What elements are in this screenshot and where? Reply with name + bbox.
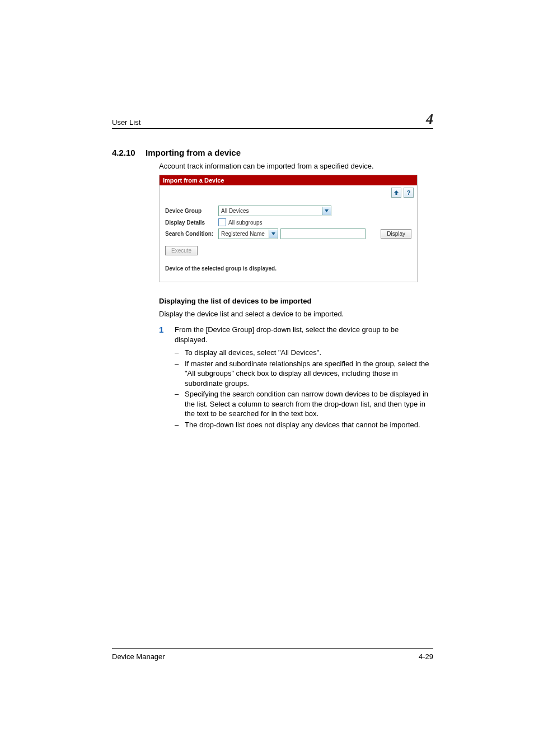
screenshot: Import from a Device ? Device Group All … — [159, 175, 418, 282]
section-title: Importing from a device — [146, 148, 241, 157]
section-intro: Account track information can be importe… — [159, 162, 433, 170]
display-button[interactable]: Display — [381, 229, 411, 239]
page-footer: Device Manager 4-29 — [112, 648, 433, 661]
screenshot-status: Device of the selected group is displaye… — [165, 265, 411, 272]
subsection-heading: Displaying the list of devices to be imp… — [159, 297, 433, 305]
display-details-label: Display Details — [165, 220, 218, 226]
step-1: 1 From the [Device Group] drop-down list… — [159, 325, 433, 344]
footer-page: 4-29 — [419, 652, 433, 661]
device-group-select[interactable]: All Devices — [218, 206, 331, 216]
footer-product: Device Manager — [112, 652, 419, 661]
search-condition-label: Search Condition: — [165, 231, 218, 237]
screenshot-body: Device Group All Devices Display Details… — [160, 200, 417, 282]
step-number: 1 — [159, 325, 175, 344]
list-item: –Specifying the search condition can nar… — [175, 389, 433, 419]
device-group-label: Device Group — [165, 208, 218, 214]
step-1-bullets: –To display all devices, select "All Dev… — [175, 348, 433, 430]
chevron-down-icon — [269, 230, 278, 238]
chevron-down-icon — [322, 207, 331, 215]
screenshot-title: Import from a Device — [160, 175, 417, 185]
device-group-value: All Devices — [219, 208, 322, 214]
section-number: 4.2.10 — [112, 148, 146, 157]
help-icon[interactable]: ? — [404, 188, 414, 198]
list-item: –If master and subordinate relationships… — [175, 359, 433, 389]
search-input[interactable] — [280, 228, 366, 239]
all-subgroups-checkbox[interactable] — [218, 218, 226, 226]
search-condition-select[interactable]: Registered Name — [218, 228, 278, 239]
back-icon[interactable] — [391, 188, 401, 198]
screenshot-toolbar: ? — [160, 185, 417, 200]
execute-button[interactable]: Execute — [165, 246, 198, 255]
list-item: –The drop-down list does not display any… — [175, 420, 433, 430]
chapter-number: 4 — [421, 112, 433, 127]
all-subgroups-label: All subgroups — [228, 220, 263, 226]
subsection-lead: Display the device list and select a dev… — [159, 310, 433, 318]
section-heading: 4.2.10 Importing from a device — [112, 148, 433, 157]
running-header: User List 4 — [112, 112, 433, 129]
step-text: From the [Device Group] drop-down list, … — [175, 325, 433, 344]
list-item: –To display all devices, select "All Dev… — [175, 348, 433, 358]
search-condition-value: Registered Name — [219, 231, 269, 237]
running-title: User List — [112, 118, 421, 127]
page: User List 4 4.2.10 Importing from a devi… — [0, 0, 534, 756]
